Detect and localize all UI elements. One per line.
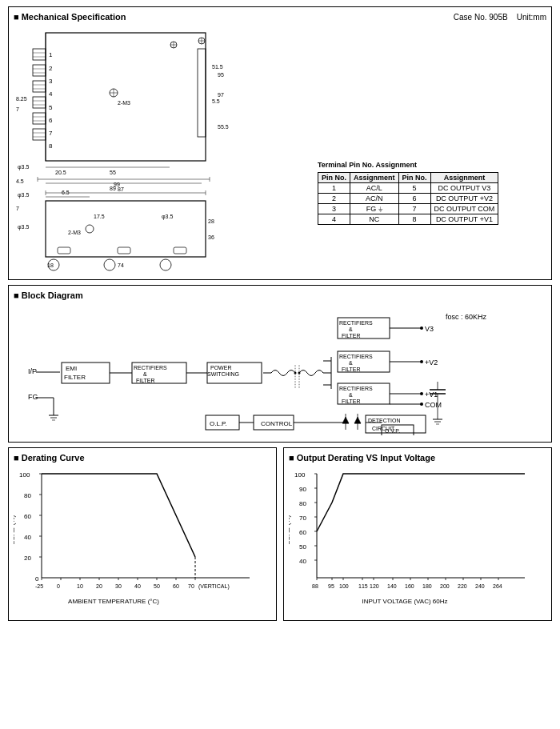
svg-text:88: 88	[312, 583, 318, 589]
svg-text:50: 50	[299, 543, 306, 551]
terminal-cell: 2	[318, 194, 350, 204]
block-section: Block Diagram I/P FG EMI FILTER RECTIFIE…	[8, 285, 552, 443]
mech-drawings: 1 2 3 4 5 6 7 8	[14, 25, 546, 274]
svg-text:80: 80	[24, 492, 31, 499]
output-derating-chart: 100 90 80 70 60 50 40 LOAD (%)	[289, 466, 537, 614]
col-assign2: Assignment	[430, 173, 498, 183]
terminal-cell: AC/N	[350, 194, 399, 204]
svg-text:POWER: POWER	[210, 365, 231, 371]
page: Mechanical Specification Case No. 905B U…	[0, 0, 560, 627]
terminal-cell: DC OUTPUT +V1	[430, 214, 498, 225]
block-title: Block Diagram	[14, 290, 546, 300]
mech-header: Mechanical Specification Case No. 905B U…	[14, 12, 546, 22]
svg-text:O.V.P.: O.V.P.	[385, 428, 400, 434]
svg-text:5.5: 5.5	[212, 98, 220, 104]
svg-text:80: 80	[299, 500, 306, 507]
svg-text:180: 180	[422, 583, 432, 589]
terminal-cell: 1	[318, 183, 350, 194]
charts-row: Derating Curve 100 80 60 40	[8, 447, 552, 621]
svg-text:0: 0	[35, 575, 39, 583]
svg-text:20: 20	[24, 555, 31, 562]
svg-text:RECTIFIERS: RECTIFIERS	[339, 320, 373, 326]
svg-text:160: 160	[405, 583, 414, 589]
svg-text:FILTER: FILTER	[342, 367, 361, 372]
svg-text:RECTIFIERS: RECTIFIERS	[134, 365, 167, 371]
svg-text:18: 18	[47, 262, 54, 268]
svg-text:7: 7	[16, 106, 19, 112]
svg-text:φ3.5: φ3.5	[18, 164, 29, 170]
svg-text:36: 36	[208, 234, 214, 240]
svg-text:100: 100	[294, 471, 306, 479]
svg-text:264: 264	[493, 583, 502, 589]
svg-text:30: 30	[115, 583, 122, 589]
svg-text:8.25: 8.25	[16, 96, 27, 102]
mechanical-svg: 1 2 3 4 5 6 7 8	[14, 25, 310, 273]
svg-point-110	[298, 372, 301, 375]
svg-rect-18	[33, 113, 46, 124]
svg-text:φ3.5: φ3.5	[18, 224, 29, 230]
svg-text:FILTER: FILTER	[136, 378, 155, 383]
svg-rect-15	[33, 65, 46, 76]
mechanical-section: Mechanical Specification Case No. 905B U…	[8, 6, 552, 280]
svg-text:60: 60	[173, 583, 179, 589]
svg-text:97: 97	[218, 92, 224, 98]
svg-text:20: 20	[96, 583, 102, 589]
svg-text:120: 120	[370, 583, 379, 589]
block-diagram-svg: I/P FG EMI FILTER RECTIFIERS & FILTER	[14, 303, 558, 435]
svg-rect-31	[198, 49, 206, 137]
svg-text:74: 74	[118, 262, 124, 268]
svg-rect-17	[33, 97, 46, 108]
svg-text:LOAD (%): LOAD (%)	[14, 515, 16, 544]
output-derating-title: Output Derating VS Input Voltage	[289, 453, 546, 463]
svg-text:10: 10	[77, 583, 83, 589]
terminal-cell: FG ⏚	[350, 204, 399, 214]
svg-text:V3: V3	[425, 325, 434, 333]
svg-text:1: 1	[49, 51, 53, 58]
svg-text:FG: FG	[28, 393, 38, 401]
svg-point-109	[294, 372, 297, 375]
svg-text:RECTIFIERS: RECTIFIERS	[339, 354, 373, 359]
svg-text:SWITCHING: SWITCHING	[207, 371, 239, 377]
svg-rect-0	[46, 33, 206, 161]
svg-text:51.5: 51.5	[212, 64, 223, 70]
svg-point-124	[420, 326, 423, 330]
svg-text:5: 5	[49, 104, 53, 111]
svg-point-133	[420, 403, 423, 406]
svg-rect-16	[33, 81, 46, 92]
svg-marker-149	[354, 417, 361, 423]
derating-chart: 100 80 60 40 20 0 LOAD (%) -25	[14, 466, 262, 614]
svg-text:2-M3: 2-M3	[68, 230, 81, 235]
svg-text:+V2: +V2	[425, 358, 438, 367]
derating-section: Derating Curve 100 80 60 40	[8, 447, 277, 621]
svg-rect-79	[58, 247, 70, 254]
svg-text:50: 50	[154, 583, 160, 589]
svg-text:CONTROL: CONTROL	[261, 420, 293, 427]
svg-point-130	[420, 392, 423, 395]
svg-text:28: 28	[208, 218, 214, 224]
col-assign1: Assignment	[350, 173, 399, 183]
svg-text:0: 0	[57, 583, 60, 589]
terminal-cell: 3	[318, 204, 350, 214]
svg-text:55.5: 55.5	[218, 124, 229, 130]
svg-text:(VERTICAL): (VERTICAL)	[198, 583, 230, 590]
svg-text:17.5: 17.5	[94, 214, 105, 219]
terminal-cell: 6	[398, 194, 430, 204]
svg-text:240: 240	[475, 583, 485, 589]
svg-text:φ3.5: φ3.5	[162, 214, 173, 220]
col-pin2: Pin No.	[398, 173, 430, 183]
svg-text:20.5: 20.5	[55, 170, 66, 175]
svg-text:&: &	[349, 392, 353, 398]
terminal-title: Terminal Pin No. Assignment	[318, 161, 498, 169]
svg-text:fosc : 60KHz: fosc : 60KHz	[446, 313, 487, 321]
svg-text:40: 40	[134, 583, 141, 589]
svg-text:200: 200	[440, 583, 450, 589]
svg-text:100: 100	[19, 471, 30, 479]
svg-text:8: 8	[49, 142, 53, 150]
svg-text:FILTER: FILTER	[342, 399, 361, 404]
svg-text:70: 70	[188, 583, 194, 589]
svg-text:6.5: 6.5	[62, 190, 70, 195]
svg-text:3: 3	[49, 78, 53, 85]
svg-text:89: 89	[110, 186, 116, 191]
svg-point-72	[86, 225, 94, 233]
svg-text:115: 115	[358, 583, 368, 589]
